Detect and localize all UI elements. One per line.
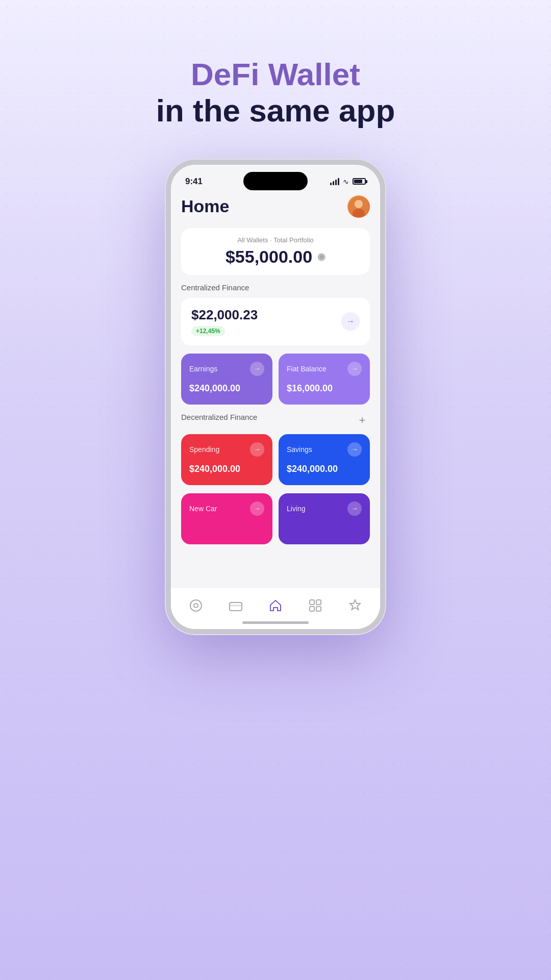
bottom-cards-row: New Car → Living →	[181, 493, 370, 544]
home-title: Home	[181, 196, 229, 216]
nav-item-scan[interactable]	[189, 599, 203, 612]
savings-card[interactable]: Savings → $240,000.00	[279, 434, 370, 485]
status-icons: ∿	[330, 178, 366, 186]
portfolio-card: All Wallets · Total Portfolio $55,000.00…	[181, 228, 370, 275]
cards-icon	[229, 600, 242, 611]
defi-header: Decentralized Finance +	[181, 413, 370, 428]
savings-arrow[interactable]: →	[347, 442, 362, 457]
new-car-card[interactable]: New Car →	[181, 493, 272, 544]
scan-icon	[189, 599, 203, 612]
living-arrow[interactable]: →	[347, 501, 362, 516]
home-icon	[269, 599, 282, 612]
cf-info: $22,000.23 +12,45%	[191, 307, 258, 336]
new-car-arrow[interactable]: →	[250, 501, 264, 516]
earnings-arrow[interactable]: →	[250, 362, 264, 376]
status-time: 9:41	[185, 177, 203, 187]
phone-content: Home All Wallets · Total Portfolio	[171, 191, 380, 593]
phone-wrapper: 9:41 ∿ Home	[0, 160, 551, 634]
defi-cards-grid: Spending → $240,000.00 Savings → $240,00…	[181, 434, 370, 485]
svg-point-5	[194, 604, 198, 608]
signal-icon	[330, 178, 339, 185]
nav-item-apps[interactable]	[309, 599, 322, 612]
header-title-sub: in the same app	[0, 92, 551, 129]
svg-rect-9	[316, 600, 321, 605]
cf-badge: +12,45%	[191, 326, 225, 336]
spending-arrow[interactable]: →	[250, 442, 264, 457]
portfolio-amount: $55,000.00 ◉	[191, 247, 360, 267]
svg-point-4	[190, 600, 202, 611]
earnings-amount: $240,000.00	[189, 383, 264, 394]
battery-icon	[353, 178, 366, 185]
savings-card-label: Savings →	[287, 442, 362, 457]
earnings-card-label: Earnings →	[189, 362, 264, 376]
eye-icon[interactable]: ◉	[317, 251, 325, 262]
svg-rect-11	[316, 607, 321, 611]
header-title-defi: DeFi Wallet	[0, 56, 551, 92]
fiat-card-label: Fiat Balance →	[287, 362, 362, 376]
wifi-icon: ∿	[343, 178, 349, 186]
svg-rect-10	[310, 607, 314, 611]
earnings-card[interactable]: Earnings → $240,000.00	[181, 354, 272, 405]
svg-rect-7	[230, 605, 242, 607]
nav-item-home[interactable]	[269, 599, 282, 612]
fiat-amount: $16,000.00	[287, 383, 362, 394]
add-defi-button[interactable]: +	[355, 413, 370, 428]
savings-amount: $240,000.00	[287, 464, 362, 474]
cf-card[interactable]: $22,000.23 +12,45% →	[181, 298, 370, 345]
spending-amount: $240,000.00	[189, 464, 264, 474]
nav-item-cards[interactable]	[229, 600, 242, 611]
star-icon	[348, 599, 362, 612]
svg-point-3	[355, 200, 362, 208]
avatar-image	[348, 196, 369, 217]
living-label: Living →	[287, 501, 362, 516]
page-header: DeFi Wallet in the same app	[0, 0, 551, 160]
cf-section-label: Centralized Finance	[181, 283, 370, 292]
apps-icon	[309, 599, 322, 612]
living-card[interactable]: Living →	[279, 493, 370, 544]
nav-item-favorites[interactable]	[348, 599, 362, 612]
svg-rect-8	[310, 600, 314, 605]
dynamic-island	[243, 172, 308, 190]
phone-mockup: 9:41 ∿ Home	[166, 160, 385, 634]
cf-arrow-button[interactable]: →	[341, 312, 360, 331]
home-indicator	[242, 621, 309, 624]
portfolio-label: All Wallets · Total Portfolio	[191, 236, 360, 244]
cf-cards-grid: Earnings → $240,000.00 Fiat Balance → $1…	[181, 354, 370, 405]
defi-section-label: Decentralized Finance	[181, 413, 257, 421]
new-car-label: New Car →	[189, 501, 264, 516]
avatar[interactable]	[347, 195, 370, 218]
fiat-card[interactable]: Fiat Balance → $16,000.00	[279, 354, 370, 405]
spending-card-label: Spending →	[189, 442, 264, 457]
cf-amount: $22,000.23	[191, 307, 258, 323]
spending-card[interactable]: Spending → $240,000.00	[181, 434, 272, 485]
home-header: Home	[181, 191, 370, 218]
fiat-arrow[interactable]: →	[347, 362, 362, 376]
